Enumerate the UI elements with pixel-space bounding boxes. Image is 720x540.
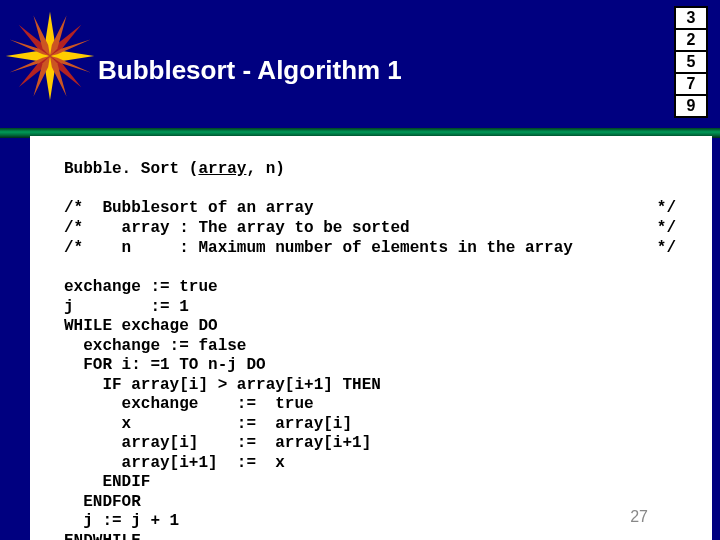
comment-text: /* Bubblesort of an array <box>64 198 314 218</box>
array-visual: 3 2 5 7 9 <box>674 6 708 116</box>
slide-title: Bubblesort - Algorithm 1 <box>98 55 402 86</box>
content-area: Bubble. Sort (array, n) /* Bubblesort of… <box>30 136 712 540</box>
procedure-signature: Bubble. Sort (array, n) <box>64 160 684 178</box>
array-cell: 7 <box>674 72 708 96</box>
comment-line: /* Bubblesort of an array */ <box>64 198 684 218</box>
slide-number: 27 <box>630 508 648 526</box>
comment-close: */ <box>657 218 684 238</box>
comment-text: /* array : The array to be sorted <box>64 218 410 238</box>
sig-param: array <box>198 160 246 178</box>
comment-line: /* array : The array to be sorted */ <box>64 218 684 238</box>
comment-close: */ <box>657 238 684 258</box>
pseudocode: exchange := true j := 1 WHILE exchage DO… <box>64 278 684 540</box>
comment-block: /* Bubblesort of an array */ /* array : … <box>64 198 684 258</box>
comment-close: */ <box>657 198 684 218</box>
comment-text: /* n : Maximum number of elements in the… <box>64 238 573 258</box>
array-cell: 2 <box>674 28 708 52</box>
array-cell: 9 <box>674 94 708 118</box>
slide: Bubblesort - Algorithm 1 3 2 5 7 9 Bubbl… <box>0 0 720 540</box>
starburst-icon <box>4 10 96 102</box>
comment-line: /* n : Maximum number of elements in the… <box>64 238 684 258</box>
sig-suffix: , n) <box>246 160 284 178</box>
sig-prefix: Bubble. Sort ( <box>64 160 198 178</box>
header: Bubblesort - Algorithm 1 3 2 5 7 9 <box>0 0 720 138</box>
array-cell: 5 <box>674 50 708 74</box>
array-cell: 3 <box>674 6 708 30</box>
